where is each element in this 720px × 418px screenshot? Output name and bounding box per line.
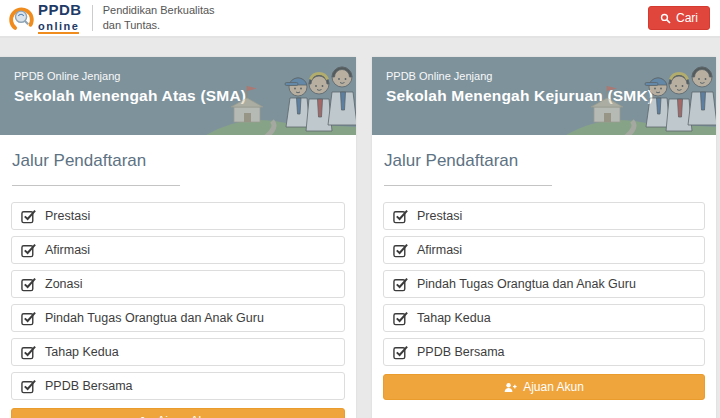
jalur-item-label: Afirmasi (417, 242, 462, 258)
top-bar: PPDB online Pendidikan Berkualitas dan T… (0, 0, 720, 38)
header-divider (92, 5, 93, 31)
jalur-item[interactable]: Pindah Tugas Orangtua dan Anak Guru (11, 304, 345, 332)
jalur-item[interactable]: Tahap Kedua (383, 304, 705, 332)
jalur-item-label: Prestasi (417, 208, 462, 224)
jalur-item-label: Tahap Kedua (417, 310, 491, 326)
main-content: PPDB Online Jenjang Sekolah Menengah Ata… (0, 38, 720, 418)
check-square-icon (21, 344, 37, 360)
ajuan-akun-button-smk[interactable]: Ajuan Akun (383, 374, 705, 400)
students-illustration (206, 57, 356, 135)
check-square-icon (21, 310, 37, 326)
jalur-item-label: Pindah Tugas Orangtua dan Anak Guru (45, 310, 264, 326)
tagline-line1: Pendidikan Berkualitas (103, 3, 215, 18)
tagline-line2: dan Tuntas. (103, 18, 215, 33)
jalur-item-label: Prestasi (45, 208, 90, 224)
jalur-item[interactable]: Tahap Kedua (11, 338, 345, 366)
jalur-item[interactable]: PPDB Bersama (383, 338, 705, 366)
ppdb-logo: PPDB online (8, 2, 82, 34)
logo-text-primary: PPDB (38, 2, 82, 17)
jalur-list-sma: Prestasi Afirmasi Zonasi Pindah Tugas Or… (11, 202, 345, 400)
check-square-icon (393, 242, 409, 258)
user-plus-icon (504, 382, 517, 393)
jalur-item-label: PPDB Bersama (45, 378, 133, 394)
section-rule (12, 185, 180, 186)
jalur-item[interactable]: Afirmasi (383, 236, 705, 264)
jalur-item-label: Zonasi (45, 276, 83, 292)
check-square-icon (393, 208, 409, 224)
jalur-item[interactable]: PPDB Bersama (11, 372, 345, 400)
ppdb-logo-icon (8, 5, 35, 32)
search-button-label: Cari (676, 11, 698, 25)
check-square-icon (393, 344, 409, 360)
ajuan-akun-label: Ajuan Akun (157, 414, 218, 418)
jalur-item[interactable]: Prestasi (383, 202, 705, 230)
students-illustration (566, 57, 716, 135)
check-square-icon (21, 242, 37, 258)
check-square-icon (21, 208, 37, 224)
check-square-icon (393, 310, 409, 326)
card-smk-body: Jalur Pendaftaran Prestasi Afirmasi Pind… (372, 135, 716, 414)
jalur-item-label: Tahap Kedua (45, 344, 119, 360)
check-square-icon (21, 276, 37, 292)
jalur-item[interactable]: Zonasi (11, 270, 345, 298)
jalur-item-label: Pindah Tugas Orangtua dan Anak Guru (417, 276, 636, 292)
site-tagline: Pendidikan Berkualitas dan Tuntas. (103, 3, 215, 33)
ajuan-akun-label: Ajuan Akun (523, 380, 584, 394)
search-icon (660, 13, 671, 24)
jalur-item[interactable]: Prestasi (11, 202, 345, 230)
section-rule (384, 185, 552, 186)
jalur-item-label: Afirmasi (45, 242, 90, 258)
ajuan-akun-button-sma[interactable]: Ajuan Akun (11, 408, 345, 418)
logo-text-secondary: online (38, 21, 79, 34)
card-sma-banner: PPDB Online Jenjang Sekolah Menengah Ata… (0, 57, 356, 135)
check-square-icon (21, 378, 37, 394)
section-title: Jalur Pendaftaran (12, 151, 345, 171)
section-title: Jalur Pendaftaran (384, 151, 705, 171)
card-smk: PPDB Online Jenjang Sekolah Menengah Kej… (372, 57, 716, 418)
jalur-list-smk: Prestasi Afirmasi Pindah Tugas Orangtua … (383, 202, 705, 366)
card-sma-body: Jalur Pendaftaran Prestasi Afirmasi Zona… (0, 135, 356, 418)
card-smk-banner: PPDB Online Jenjang Sekolah Menengah Kej… (372, 57, 716, 135)
check-square-icon (393, 276, 409, 292)
jalur-item[interactable]: Pindah Tugas Orangtua dan Anak Guru (383, 270, 705, 298)
jalur-item[interactable]: Afirmasi (11, 236, 345, 264)
card-sma: PPDB Online Jenjang Sekolah Menengah Ata… (0, 57, 356, 418)
jalur-item-label: PPDB Bersama (417, 344, 505, 360)
search-button[interactable]: Cari (648, 6, 710, 30)
